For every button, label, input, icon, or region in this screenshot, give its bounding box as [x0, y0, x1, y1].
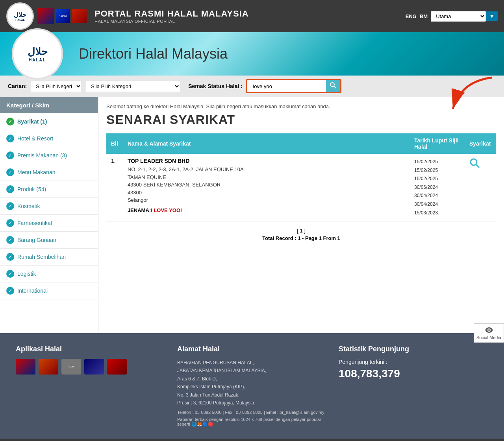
th-nama: Nama & Alamat Syarikat	[123, 133, 410, 154]
footer-resolution: Paparan terbaik dengan resolusi 1024 x 7…	[177, 417, 327, 427]
date-4: 30/06/2024	[414, 183, 460, 192]
th-syarikat: Syarikat	[465, 133, 496, 154]
sidebar-item-kosmetik[interactable]: ✓ Kosmetik	[0, 198, 98, 215]
brand-value: I LOVE YOO!	[151, 207, 182, 213]
date-3: 15/02/2025	[414, 175, 460, 183]
nav-select-arrow-btn[interactable]: ▼	[486, 11, 498, 21]
lang-eng-btn[interactable]: ENG	[406, 13, 417, 19]
svg-point-3	[471, 159, 477, 165]
date-2: 15/02/2025	[414, 166, 460, 175]
lang-bm-btn[interactable]: BM	[420, 13, 428, 19]
date-7: 15/03/2023.	[414, 209, 460, 218]
brand-label: JENAMA:	[128, 207, 151, 213]
sidebar-label-international: International	[17, 288, 48, 294]
negeri-select[interactable]: Sila Pilih Negeri	[31, 81, 82, 92]
footer-address-title: Alamat Halal	[177, 345, 327, 353]
footer-stats-title: Statistik Pengunjung	[339, 345, 488, 353]
address-line4: 43300	[128, 190, 142, 196]
pagination-info: Total Record : 1 - Page 1 From 1	[106, 235, 496, 241]
date-6: 30/04/2024	[414, 200, 460, 209]
portal-title-area: PORTAL RASMI HALAL MALAYSIA HALAL MALAYS…	[94, 9, 401, 24]
sidebar-label-syarikat: Syarikat (1)	[17, 118, 47, 125]
footer: Aplikasi Halal CCM Alamat Halal BAHAGIAN…	[0, 333, 504, 439]
check-icon-international: ✓	[6, 287, 14, 295]
semak-input-wrap	[246, 79, 341, 93]
sidebar-item-menu[interactable]: ✓ Menu Makanan	[0, 164, 98, 181]
detail-search-icon[interactable]	[469, 158, 480, 169]
social-media-label: Social Media	[476, 335, 501, 340]
sidebar-label-barang: Barang Gunaan	[17, 237, 56, 243]
content-area: Selamat datang ke direktori Halal Malays…	[98, 97, 504, 333]
portal-subtitle: HALAL MALAYSIA OFFICIAL PORTAL	[94, 19, 401, 24]
welcome-text: Selamat datang ke direktori Halal Malays…	[106, 103, 496, 109]
svg-line-1	[334, 86, 336, 88]
sidebar-label-farmaseutikal: Farmaseutikal	[17, 220, 52, 226]
sidebar-header: Kategori / Skim	[0, 97, 98, 113]
check-icon-rumah: ✓	[6, 253, 14, 261]
sidebar-item-barang[interactable]: ✓ Barang Gunaan	[0, 232, 98, 249]
senarai-title: SENARAI SYARIKAT	[106, 113, 496, 127]
sidebar-item-farmaseutikal[interactable]: ✓ Farmaseutikal	[0, 215, 98, 232]
footer-logo-5	[107, 359, 127, 375]
company-address: NO. 2-1, 2-2, 2-3, 2A-1, 2A-2, JALAN EQU…	[128, 166, 405, 204]
address-line5: Selangor	[128, 197, 148, 203]
check-icon-produk: ✓	[6, 185, 14, 193]
semak-input[interactable]	[247, 81, 326, 91]
pagination-pages: [ 1 ]	[106, 228, 496, 234]
footer-contact: Telefon : 03-8892 5000 | Fax : 03-8892 5…	[177, 410, 327, 415]
address-line2: TAMAN EQUINE	[128, 174, 166, 180]
footer-apps-title: Aplikasi Halal	[16, 345, 165, 353]
check-icon-syarikat: ✓	[6, 118, 14, 125]
sidebar-item-produk[interactable]: ✓ Produk (54)	[0, 181, 98, 198]
footer-contact-text: Telefon : 03-8892 5000 | Fax : 03-8892 5…	[177, 410, 324, 415]
check-icon-hotel: ✓	[6, 135, 14, 142]
result-table: Bil Nama & Alamat Syarikat Tarikh Luput …	[106, 133, 496, 221]
sidebar-item-international[interactable]: ✓ International	[0, 282, 98, 299]
search-bar: Carian: Sila Pilih Negeri Sila Pilih Kat…	[0, 76, 504, 97]
footer-logo-1	[16, 359, 35, 375]
header-logo-area: حلال HALAL JAKIM	[6, 2, 87, 30]
check-icon-logistik: ✓	[6, 270, 14, 278]
sidebar-label-logistik: Logistik	[17, 271, 36, 277]
semak-search-btn[interactable]	[326, 80, 340, 92]
sidebar-item-premis[interactable]: ✓ Premis Makanan (3)	[0, 147, 98, 164]
sidebar-label-menu: Menu Makanan	[17, 169, 56, 175]
sidebar-item-logistik[interactable]: ✓ Logistik	[0, 266, 98, 282]
footer-logo-4	[84, 359, 104, 375]
sidebar-label-rumah: Rumah Sembelihan	[17, 254, 66, 260]
social-media-btn[interactable]: Social Media	[474, 323, 504, 343]
sidebar-item-hotel[interactable]: ✓ Hotel & Resort	[0, 130, 98, 147]
company-name: TOP LEADER SDN BHD	[128, 158, 405, 164]
search-label: Carian:	[8, 83, 27, 89]
check-icon-barang: ✓	[6, 236, 14, 244]
check-icon-premis: ✓	[6, 151, 14, 159]
check-icon-menu: ✓	[6, 168, 14, 176]
sidebar-item-rumah[interactable]: ✓ Rumah Sembelihan	[0, 249, 98, 266]
footer-address-section: Alamat Halal BAHAGIAN PENGURUSAN HALAL, …	[177, 345, 327, 427]
company-brand: JENAMA:I LOVE YOO!	[128, 207, 405, 213]
date-1: 15/02/2025	[414, 158, 460, 166]
sidebar-label-hotel: Hotel & Resort	[17, 135, 53, 142]
sidebar: Kategori / Skim ✓ Syarikat (1) ✓ Hotel &…	[0, 97, 98, 333]
cell-syarikat[interactable]	[465, 154, 496, 221]
footer-stats: Statistik Pengunjung Pengunjung terkini …	[339, 345, 488, 427]
sidebar-label-produk: Produk (54)	[17, 186, 46, 192]
bottom-bar: directory/index_directory	[0, 439, 504, 441]
svg-point-0	[330, 83, 334, 87]
svg-line-4	[476, 164, 479, 168]
cell-bil: 1.	[106, 154, 123, 221]
footer-logo-2	[39, 359, 58, 375]
sidebar-item-syarikat[interactable]: ✓ Syarikat (1)	[0, 113, 98, 130]
dates: 15/02/2025 15/02/2025 15/02/2025 30/06/2…	[414, 158, 460, 217]
date-5: 30/04/2024	[414, 192, 460, 200]
pagination: [ 1 ] Total Record : 1 - Page 1 From 1	[106, 228, 496, 241]
halal-logo: حلال HALAL	[6, 2, 34, 30]
nav-select[interactable]: Utama Laman Utama Direktori Sijil Halal	[431, 11, 486, 22]
kategori-select[interactable]: Sila Pilih Kategori	[86, 81, 180, 92]
th-bil: Bil	[106, 133, 123, 154]
semak-label: Semak Status Halal :	[188, 83, 243, 89]
cell-nama: TOP LEADER SDN BHD NO. 2-1, 2-2, 2-3, 2A…	[123, 154, 410, 221]
main-content: Kategori / Skim ✓ Syarikat (1) ✓ Hotel &…	[0, 97, 504, 333]
check-icon-farmaseutikal: ✓	[6, 219, 14, 227]
cell-tarikh: 15/02/2025 15/02/2025 15/02/2025 30/06/2…	[410, 154, 465, 221]
